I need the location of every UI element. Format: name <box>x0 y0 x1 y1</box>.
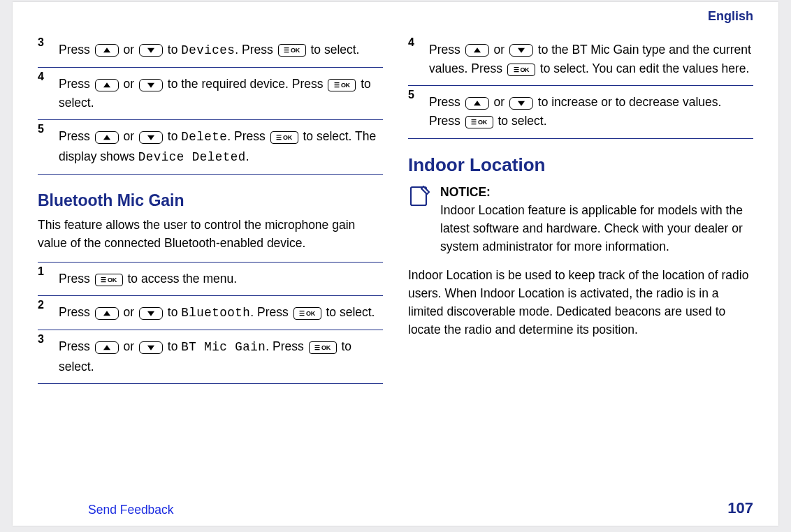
ok-button-icon: ☰ OK <box>507 64 535 76</box>
section-title-indoor-location: Indoor Location <box>408 154 753 176</box>
menu-bt-mic-gain: BT Mic Gain <box>181 340 266 354</box>
ok-button-icon: ☰ OK <box>278 44 306 57</box>
step-number: 5 <box>408 89 414 101</box>
ok-button-icon: ☰ OK <box>95 274 123 286</box>
step-number: 5 <box>38 123 44 135</box>
step-number: 3 <box>38 333 44 346</box>
up-arrow-icon <box>465 44 489 57</box>
down-arrow-icon <box>509 97 533 110</box>
step-text: Press or to Bluetooth. Press ☰ OK to sel… <box>38 303 383 323</box>
step-number: 4 <box>38 71 44 83</box>
down-arrow-icon <box>139 44 163 57</box>
page-footer: Send Feedback 107 <box>38 499 753 517</box>
menu-devices: Devices <box>181 43 235 57</box>
section-title-bt-mic-gain: Bluetooth Mic Gain <box>38 191 383 210</box>
up-arrow-icon <box>95 131 119 144</box>
left-column: 3 Press or to Devices. Press ☰ OK to sel… <box>38 34 383 384</box>
right-column: 4 Press or to the BT Mic Gain type and t… <box>408 34 753 384</box>
step-item: 5 Press or to Delete. Press ☰ OK to sele… <box>38 119 383 174</box>
notice-block: NOTICE: Indoor Location feature is appli… <box>408 183 753 256</box>
section-intro: This feature allows the user to control … <box>38 216 383 253</box>
up-arrow-icon <box>465 97 489 110</box>
page: English 3 Press or to Devices. Press ☰ O… <box>13 2 778 526</box>
notice-icon <box>408 184 432 211</box>
step-text: Press or to Devices. Press ☰ OK to selec… <box>38 40 383 60</box>
notice-text: NOTICE: Indoor Location feature is appli… <box>440 183 753 256</box>
notice-label: NOTICE: <box>440 185 491 199</box>
step-item: 3 Press or to Devices. Press ☰ OK to sel… <box>38 34 383 67</box>
up-arrow-icon <box>95 44 119 57</box>
menu-delete: Delete <box>181 130 227 144</box>
display-device-deleted: Device Deleted <box>138 150 246 164</box>
ok-button-icon: ☰ OK <box>293 307 321 320</box>
step-text: Press or to BT Mic Gain. Press ☰ OK to s… <box>38 337 383 376</box>
content-columns: 3 Press or to Devices. Press ☰ OK to sel… <box>38 34 753 384</box>
ok-button-icon: ☰ OK <box>328 79 356 91</box>
up-arrow-icon <box>95 307 119 320</box>
step-text: Press or to the BT Mic Gain type and the… <box>408 40 753 78</box>
indoor-location-paragraph: Indoor Location is be used to keep track… <box>408 266 753 339</box>
ok-button-icon: ☰ OK <box>309 341 337 354</box>
ok-button-icon: ☰ OK <box>270 131 298 144</box>
up-arrow-icon <box>95 79 119 91</box>
step-text: Press ☰ OK to access the menu. <box>38 269 383 288</box>
down-arrow-icon <box>139 131 163 144</box>
step-item: 2 Press or to Bluetooth. Press ☰ OK to s… <box>38 295 383 330</box>
up-arrow-icon <box>95 341 119 354</box>
step-text: Press or to increase or to decrease valu… <box>408 93 753 131</box>
step-item: 3 Press or to BT Mic Gain. Press ☰ OK to… <box>38 330 383 383</box>
step-number: 1 <box>38 265 44 278</box>
header-language: English <box>38 9 753 24</box>
page-number: 107 <box>727 499 753 517</box>
down-arrow-icon <box>139 307 163 320</box>
step-item: 5 Press or to increase or to decrease va… <box>408 85 753 138</box>
step-item: 1 Press ☰ OK to access the menu. <box>38 262 383 295</box>
send-feedback-link[interactable]: Send Feedback <box>88 503 174 517</box>
step-text: Press or to the required device. Press ☰… <box>38 75 383 112</box>
step-number: 4 <box>408 36 414 49</box>
step-number: 3 <box>38 36 44 49</box>
down-arrow-icon <box>139 79 163 91</box>
step-number: 2 <box>38 299 44 311</box>
notice-body: Indoor Location feature is applicable fo… <box>440 203 743 254</box>
menu-bluetooth: Bluetooth <box>181 306 250 320</box>
step-text: Press or to Delete. Press ☰ OK to select… <box>38 127 383 166</box>
step-item: 4 Press or to the required device. Press… <box>38 67 383 119</box>
step-item: 4 Press or to the BT Mic Gain type and t… <box>408 34 753 85</box>
down-arrow-icon <box>139 341 163 354</box>
ok-button-icon: ☰ OK <box>465 116 493 128</box>
down-arrow-icon <box>509 44 533 57</box>
